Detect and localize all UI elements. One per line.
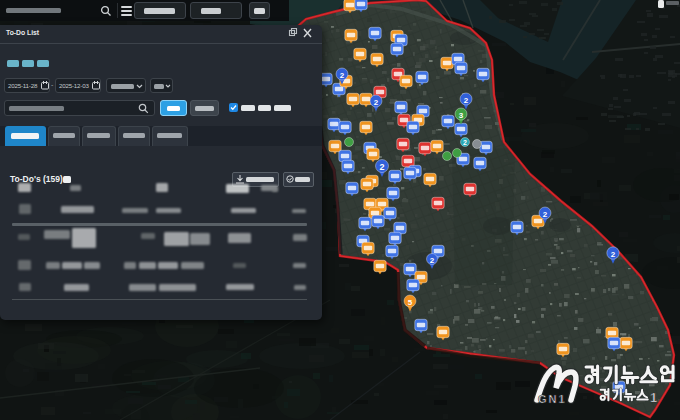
svg-text:2: 2 xyxy=(464,96,469,105)
svg-text:2: 2 xyxy=(374,98,379,107)
svg-text:2: 2 xyxy=(611,250,616,259)
svg-text:1: 1 xyxy=(650,390,657,405)
svg-text:2: 2 xyxy=(430,256,435,265)
svg-text:GN1: GN1 xyxy=(538,393,567,405)
svg-text:2: 2 xyxy=(463,139,467,146)
svg-text:2: 2 xyxy=(379,162,384,172)
svg-text:2: 2 xyxy=(543,210,548,219)
svg-text:3: 3 xyxy=(459,111,464,120)
svg-text:5: 5 xyxy=(408,298,413,307)
svg-text:2: 2 xyxy=(340,71,345,80)
